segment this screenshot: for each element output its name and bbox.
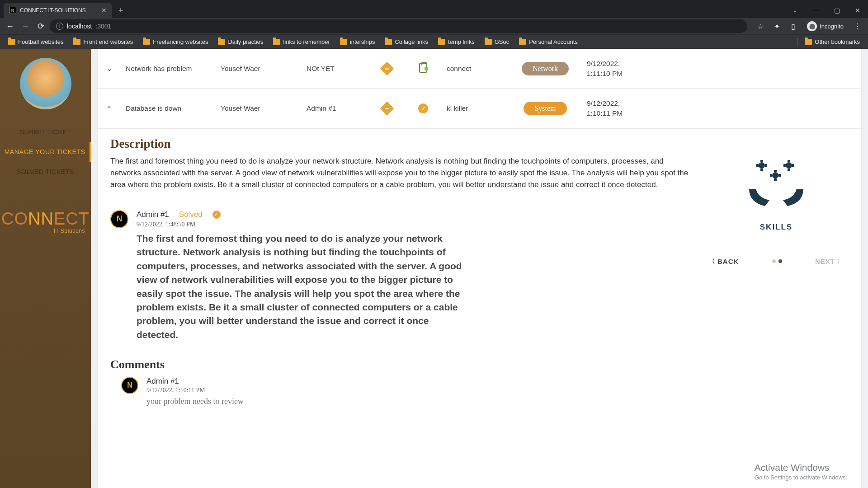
svg-rect-13 <box>770 174 772 177</box>
description-text: The first and foremost thing you need to… <box>110 155 690 191</box>
bookmark-divider <box>797 38 797 47</box>
folder-icon <box>340 39 347 45</box>
close-tab-icon[interactable]: ✕ <box>101 7 107 14</box>
bookmark-label: links to remember <box>283 38 330 45</box>
chevron-left-icon: 〈 <box>708 257 716 266</box>
bookmark-star-icon[interactable]: ☆ <box>754 19 767 33</box>
sidebar: SUBMIT TICKET MANAGE YOUR TICKETS SOLVED… <box>0 49 91 488</box>
bookmark-item[interactable]: Personal Accounts <box>514 37 582 47</box>
tickets-table: ⌄ Network has problem Yousef Waer NOt YE… <box>98 49 861 129</box>
pager-dot[interactable] <box>772 259 776 263</box>
comment-body: your problem needs to review <box>146 397 244 406</box>
folder-icon <box>438 39 445 45</box>
bookmark-label: temp links <box>448 38 475 45</box>
url-input[interactable]: i localhost:3001 <box>50 19 747 33</box>
windows-activation-watermark: Activate Windows Go to Settings to activ… <box>755 462 847 481</box>
extensions-icon[interactable]: ✦ <box>770 19 783 33</box>
new-tab-button[interactable]: + <box>112 6 130 18</box>
brand-part: N <box>41 209 54 228</box>
bookmark-item[interactable]: Front end websites <box>69 37 137 47</box>
forward-icon[interactable]: → <box>19 20 32 33</box>
favicon-icon: N <box>9 7 16 14</box>
bookmarks-bar: Football websites Front end websites Fre… <box>0 34 868 49</box>
window-controls: ⌄ — ▢ ✕ <box>785 3 868 18</box>
pager-back-label: BACK <box>717 258 739 265</box>
chevron-right-icon: 〉 <box>837 257 844 266</box>
tab-title: CONNECT IT-SOLUTIONS <box>20 7 86 14</box>
minimize-icon[interactable]: — <box>806 3 826 18</box>
pager-dots <box>772 259 782 263</box>
expand-toggle[interactable]: ⌄ <box>98 49 120 89</box>
comments-heading: Comments <box>110 358 690 371</box>
pager-back-button[interactable]: 〈BACK <box>708 257 739 266</box>
category-tag: Network <box>522 62 569 75</box>
solved-check-icon: ✓ <box>212 211 221 219</box>
bookmark-label: Other bookmarks <box>815 38 860 45</box>
folder-icon <box>485 39 492 45</box>
brand-logo: CONNECT IT Solutions <box>1 209 90 234</box>
svg-rect-1 <box>760 160 763 162</box>
pager-next-label: NEXT <box>815 258 835 265</box>
maximize-icon[interactable]: ▢ <box>826 3 847 18</box>
bookmark-label: GSoc <box>495 38 509 45</box>
ticket-title: Network has problem <box>120 49 215 89</box>
svg-point-0 <box>759 162 765 169</box>
back-icon[interactable]: ← <box>4 20 16 33</box>
sidebar-item-submit[interactable]: SUBMIT TICKET <box>0 122 91 142</box>
detail-pager: 〈BACK NEXT〉 <box>704 257 849 266</box>
address-bar: ← → ⟳ i localhost:3001 ☆ ✦ ▯ ⬤ Incognito… <box>0 18 868 34</box>
svg-rect-4 <box>765 164 767 167</box>
pager-dot[interactable] <box>778 259 782 263</box>
brand-part: CO <box>1 209 28 228</box>
main-content: ⌄ Network has problem Yousef Waer NOt YE… <box>91 49 868 488</box>
bookmark-item[interactable]: Freelancing websites <box>138 37 212 47</box>
watermark-title: Activate Windows <box>755 462 847 473</box>
bookmark-label: Football websites <box>18 38 63 45</box>
ticket-team: ki killer <box>441 89 509 128</box>
bookmark-item[interactable]: Collage links <box>380 37 433 47</box>
svg-rect-11 <box>774 170 777 172</box>
svg-rect-6 <box>788 160 790 162</box>
incognito-indicator[interactable]: ⬤ Incognito <box>802 19 848 33</box>
folder-icon <box>8 39 15 45</box>
svg-rect-2 <box>760 169 763 171</box>
kebab-menu-icon[interactable]: ⋮ <box>851 19 864 33</box>
other-bookmarks[interactable]: Other bookmarks <box>800 37 864 47</box>
tab-dropdown-icon[interactable]: ⌄ <box>785 3 806 18</box>
incognito-icon: ⬤ <box>807 21 817 31</box>
ticket-reporter: Yousef Waer <box>215 49 301 89</box>
sidebar-item-solved[interactable]: SOLVED TICKETS <box>0 162 91 182</box>
folder-icon <box>273 39 280 45</box>
expand-toggle[interactable]: ⌄ <box>98 89 120 128</box>
ticket-detail: Description The first and foremost thing… <box>98 129 861 420</box>
user-avatar[interactable] <box>20 58 71 109</box>
reply-time: 9/12/2022, 1:48:50 PM <box>137 221 471 228</box>
bookmark-item[interactable]: Football websites <box>4 37 68 47</box>
bookmark-item[interactable]: Daily practies <box>213 37 268 47</box>
bookmark-item[interactable]: links to remember <box>269 37 334 47</box>
site-info-icon[interactable]: i <box>56 23 63 30</box>
url-host: localhost <box>67 23 92 30</box>
sidebar-item-manage[interactable]: MANAGE YOUR TICKETS <box>0 142 91 162</box>
ticket-timestamp: 9/12/2022,1:10:11 PM <box>581 89 861 128</box>
browser-tabbar: N CONNECT IT-SOLUTIONS ✕ + ⌄ — ▢ ✕ <box>0 0 868 18</box>
app-root: SUBMIT TICKET MANAGE YOUR TICKETS SOLVED… <box>0 49 868 488</box>
bookmark-item[interactable]: temp links <box>434 37 479 47</box>
ticket-reporter: Yousef Waer <box>215 89 301 128</box>
bookmark-item[interactable]: interships <box>335 37 380 47</box>
ticket-team: connect <box>441 49 509 89</box>
ticket-assignee: Admin #1 <box>301 89 369 128</box>
svg-rect-3 <box>756 164 759 167</box>
devices-icon[interactable]: ▯ <box>786 19 800 33</box>
brand-subtitle: IT Solutions <box>1 228 90 234</box>
browser-tab[interactable]: N CONNECT IT-SOLUTIONS ✕ <box>4 3 112 18</box>
folder-icon <box>143 39 150 45</box>
table-row: ⌄ Database is down Yousef Waer Admin #1 … <box>98 89 861 128</box>
pager-next-button[interactable]: NEXT〉 <box>815 257 844 266</box>
priority-icon: ••• <box>380 61 394 75</box>
close-window-icon[interactable]: ✕ <box>847 3 868 18</box>
brand-part: N <box>28 209 41 228</box>
detail-side-panel: SKILLS 〈BACK NEXT〉 <box>704 137 849 407</box>
reload-icon[interactable]: ⟳ <box>34 20 47 33</box>
bookmark-item[interactable]: GSoc <box>480 37 514 47</box>
